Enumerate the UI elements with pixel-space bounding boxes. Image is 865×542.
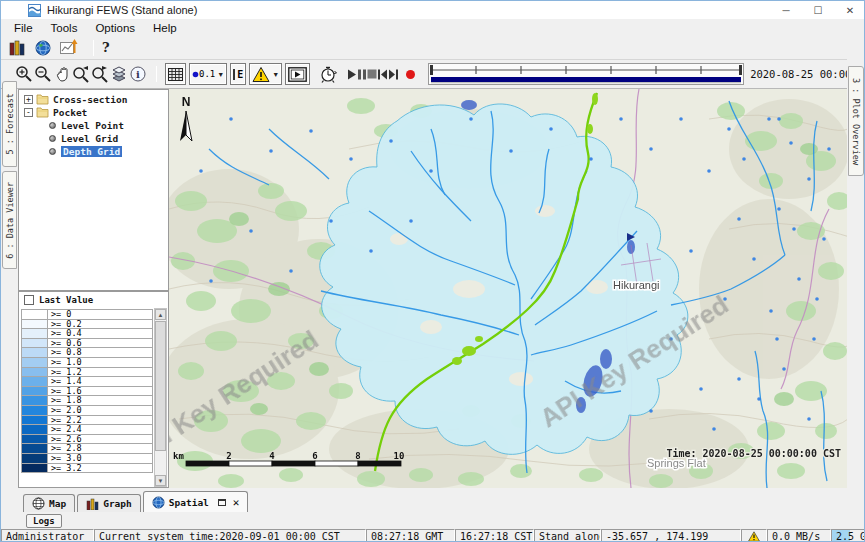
- movie-play-icon: [288, 67, 307, 82]
- tree-item-pocket[interactable]: -Pocket: [19, 106, 168, 119]
- tab-map-label: Map: [49, 498, 66, 509]
- chart-arrow-icon: [60, 39, 78, 56]
- tree-body: +Cross-section-PocketLevel PointLevel Gr…: [19, 93, 168, 158]
- pause-button[interactable]: [357, 69, 367, 80]
- svg-text:km: km: [173, 451, 184, 461]
- map-toolbar: i 0.1 ▼ E ▼: [1, 59, 847, 89]
- tab-forecast[interactable]: 5 : Forecast: [2, 81, 17, 167]
- left-tab-strip: 5 : Forecast 6 : Data Viewer: [1, 89, 18, 491]
- menu-options[interactable]: Options: [86, 21, 144, 35]
- minimize-button[interactable]: ─: [770, 1, 802, 19]
- tree-bullet-icon: [49, 122, 56, 129]
- menu-tools[interactable]: Tools: [42, 21, 87, 35]
- tab-logs[interactable]: Logs: [26, 514, 62, 528]
- svg-text:10: 10: [394, 451, 405, 461]
- title-bar: Hikurangi FEWS (Stand alone) ─ ☐ ✕: [1, 1, 865, 19]
- pause-icon: [357, 69, 367, 80]
- interval-dropdown[interactable]: 0.1 ▼: [189, 63, 227, 85]
- app-window: { "window": { "title": "Hikurangi FEWS (…: [0, 0, 865, 542]
- tab-graph-label: Graph: [103, 498, 132, 509]
- spatial-display-button[interactable]: [33, 39, 53, 57]
- tab-spatial[interactable]: Spatial ✕: [143, 491, 249, 512]
- dot-icon: [192, 71, 199, 78]
- layers-button[interactable]: [110, 64, 128, 84]
- maximize-button[interactable]: ☐: [802, 1, 834, 19]
- elevation-contour-button[interactable]: E: [230, 63, 246, 85]
- pan-button[interactable]: [53, 64, 71, 84]
- menu-help[interactable]: Help: [144, 21, 186, 35]
- legend-header: Last Value: [19, 292, 168, 308]
- tab-spatial-label: Spatial: [169, 497, 209, 508]
- svg-text:N: N: [182, 95, 191, 109]
- toolbar-separator: [93, 40, 94, 56]
- tab-data-viewer[interactable]: 6 : Data Viewer: [2, 171, 17, 269]
- svg-text:i: i: [136, 69, 140, 80]
- tree-item-level-grid[interactable]: Level Grid: [19, 132, 168, 145]
- toolbar-separator: [156, 66, 157, 82]
- tree-expander[interactable]: -: [24, 108, 33, 117]
- grid-display-button[interactable]: [165, 63, 186, 85]
- help-button[interactable]: ?: [102, 40, 110, 55]
- hand-icon: [53, 65, 71, 83]
- timeline-slider[interactable]: [428, 63, 744, 85]
- tab-plot-overview[interactable]: 3 : Plot Overview: [848, 66, 864, 176]
- menu-file[interactable]: File: [5, 21, 42, 35]
- layers-icon: [110, 65, 128, 83]
- zoom-next-button[interactable]: [91, 64, 109, 84]
- tree-item-depth-grid[interactable]: Depth Grid: [19, 145, 168, 158]
- app-icon: [28, 4, 41, 17]
- map-view[interactable]: API Key Required API Key Required Hikura…: [169, 89, 848, 488]
- tree-expander[interactable]: +: [24, 95, 33, 104]
- scrollbar-thumb[interactable]: [155, 321, 166, 451]
- status-warning[interactable]: [741, 529, 767, 542]
- legend-row: >= 3.2: [21, 463, 153, 474]
- record-button[interactable]: [405, 69, 416, 80]
- zoom-in-button[interactable]: [15, 64, 33, 84]
- warning-icon: [252, 66, 270, 83]
- tree-item-level-point[interactable]: Level Point: [19, 119, 168, 132]
- scroll-down-icon[interactable]: ▼: [155, 475, 166, 486]
- tab-map[interactable]: Map: [23, 494, 75, 512]
- animation-button[interactable]: [285, 63, 310, 85]
- status-local-time: 16:27:18 CST: [455, 529, 534, 542]
- first-frame-button[interactable]: [377, 69, 388, 80]
- main-toolbar: ?: [1, 36, 865, 59]
- status-user: Administrator: [1, 529, 94, 542]
- legend-swatch: [21, 463, 48, 474]
- status-coordinates: -35.657 , 174.199: [601, 529, 741, 542]
- grid-icon: [168, 68, 183, 81]
- map-time-label: Time: 2020-08-25 00:00:00 CST: [666, 448, 841, 459]
- close-button[interactable]: ✕: [834, 1, 865, 19]
- import-timeseries-button[interactable]: [59, 39, 79, 57]
- database-viewer-button[interactable]: [7, 39, 27, 57]
- wire-globe-icon: [32, 497, 45, 510]
- tab-graph[interactable]: Graph: [77, 494, 141, 512]
- menu-bar: File Tools Options Help: [1, 19, 865, 36]
- info-icon: i: [129, 65, 147, 83]
- undock-icon[interactable]: [218, 499, 226, 506]
- legend-label: >= 3.2: [48, 463, 153, 474]
- stop-button[interactable]: [367, 69, 377, 79]
- legend-table: >= 0>= 0.2>= 0.4>= 0.6>= 0.8>= 1.0>= 1.2…: [21, 309, 153, 473]
- zoom-previous-button[interactable]: [72, 64, 90, 84]
- stop-icon: [367, 69, 377, 79]
- legend-scrollbar[interactable]: ▲ ▼: [154, 308, 167, 487]
- scroll-up-icon[interactable]: ▲: [155, 309, 166, 320]
- close-tab-icon[interactable]: ✕: [233, 496, 240, 509]
- last-frame-button[interactable]: [388, 69, 399, 80]
- tree-bullet-icon: [49, 135, 56, 142]
- skip-end-icon: [388, 69, 399, 80]
- svg-text:2: 2: [226, 451, 231, 461]
- thresholds-dropdown[interactable]: ▼: [249, 63, 282, 85]
- warning-icon: [748, 531, 760, 542]
- zoom-out-button[interactable]: [34, 64, 52, 84]
- last-value-checkbox[interactable]: [24, 295, 34, 305]
- animation-settings-button[interactable]: [319, 64, 338, 84]
- zoom-in-icon: [15, 65, 33, 83]
- info-button[interactable]: i: [129, 64, 147, 84]
- tree-bullet-icon: [49, 148, 56, 155]
- tree-item-cross-section[interactable]: +Cross-section: [19, 93, 168, 106]
- timeline-track: [429, 64, 743, 84]
- play-button[interactable]: [347, 69, 357, 80]
- interval-value: 0.1: [199, 69, 215, 79]
